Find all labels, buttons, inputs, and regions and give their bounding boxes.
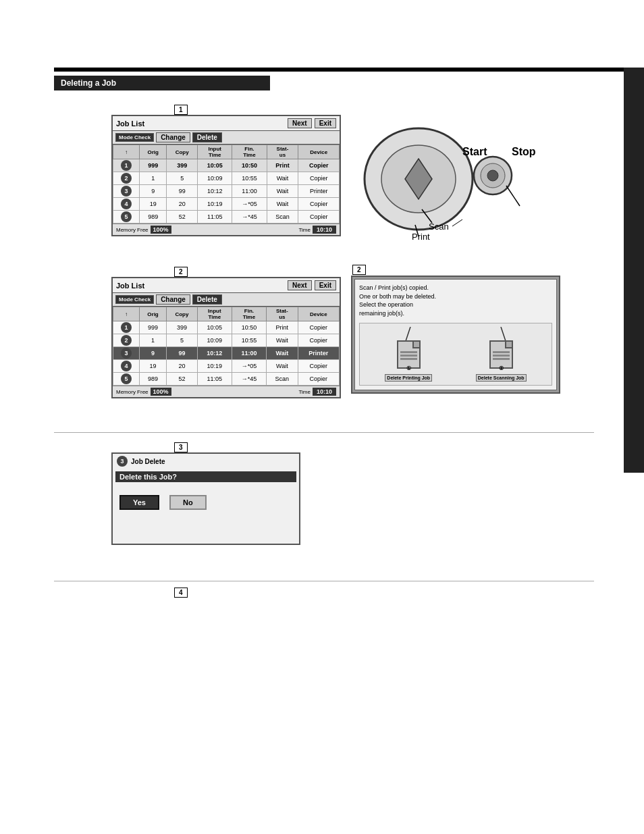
- job-list-1-delete-btn[interactable]: Delete: [192, 132, 222, 142]
- table-row: 10:05: [198, 159, 232, 172]
- table-row: 10:19: [197, 360, 232, 373]
- svg-text:Stop: Stop: [512, 146, 536, 157]
- delete-scanning-btn[interactable]: Delete Scanning Job: [476, 374, 527, 382]
- table-row[interactable]: 199939910:0510:50PrintCopier: [113, 159, 340, 172]
- table-row: 11:05: [198, 211, 232, 224]
- scan-print-inner: Scan / Print job(s) copied. One or both …: [354, 279, 557, 390]
- table-row: 10:09: [197, 334, 232, 347]
- divider-line-2: [54, 581, 594, 581]
- col-status: Stat-us: [267, 145, 298, 159]
- svg-line-13: [506, 186, 520, 206]
- step2-label: 2: [174, 267, 188, 277]
- scan-print-panel: 2 Scan / Print job(s) copied. One or bot…: [351, 276, 560, 394]
- table-row: 20: [167, 198, 198, 211]
- table-row: 989: [140, 373, 167, 386]
- step3-label: 3: [174, 442, 188, 452]
- table-row: 52: [167, 211, 198, 224]
- table-row: 9: [140, 347, 167, 360]
- job-row-icon: 2: [113, 334, 140, 347]
- job-row-icon: 5: [113, 211, 140, 224]
- table-row[interactable]: 59895211:05→*45ScanCopier: [113, 373, 340, 386]
- table-row: Copier: [298, 198, 340, 211]
- job-list-1-exit-btn[interactable]: Exit: [315, 118, 336, 128]
- memory-value-2: 100%: [151, 388, 171, 396]
- job-list-2-exit-btn[interactable]: Exit: [315, 280, 336, 290]
- table-row: Scan: [267, 211, 298, 224]
- table-row[interactable]: 4192010:19→*05WaitCopier: [113, 360, 340, 373]
- table-row: 19: [140, 198, 167, 211]
- job-row-icon: 5: [113, 373, 140, 386]
- job-row-icon: 2: [113, 172, 140, 185]
- table-row: 5: [167, 172, 198, 185]
- col-copy: Copy: [167, 145, 198, 159]
- col-device: Device: [298, 145, 340, 159]
- job-list-2-mode-check-btn[interactable]: Mode Check: [115, 295, 154, 304]
- col2-status: Stat-us: [266, 307, 298, 321]
- job-list-2-change-btn[interactable]: Change: [156, 294, 190, 305]
- col2-device: Device: [298, 307, 339, 321]
- table-row: Wait: [267, 185, 298, 198]
- time-label-2: Time: [298, 389, 310, 395]
- job-row-icon: 4: [113, 360, 140, 373]
- table-row: Print: [266, 321, 298, 334]
- table-row: 99: [167, 185, 198, 198]
- table-row: →*45: [232, 373, 266, 386]
- table-row: 989: [140, 211, 167, 224]
- job-list-2-delete-btn[interactable]: Delete: [192, 294, 222, 305]
- job-row-icon: 1: [113, 159, 140, 172]
- table-row: 10:55: [232, 172, 267, 185]
- job-delete-no-btn[interactable]: No: [169, 495, 207, 510]
- table-row: Copier: [298, 334, 339, 347]
- table-row: 11:00: [232, 347, 266, 360]
- table-row: Print: [267, 159, 298, 172]
- svg-text:Start: Start: [462, 146, 487, 157]
- table-row: 399: [166, 321, 197, 334]
- table-row[interactable]: 21510:0910:55WaitCopier: [113, 334, 340, 347]
- table-row: Copier: [298, 360, 339, 373]
- table-row: 11:00: [232, 185, 267, 198]
- job-list-2-next-btn[interactable]: Next: [288, 280, 312, 290]
- scan-print-text: Scan / Print job(s) copied. One or both …: [359, 284, 552, 317]
- table-row: 11:05: [197, 373, 232, 386]
- time-value-2: 10:10: [313, 388, 336, 396]
- job-row-icon: 1: [113, 321, 140, 334]
- table-row[interactable]: 399910:1211:00WaitPrinter: [113, 347, 340, 360]
- svg-text:Print: Print: [412, 232, 430, 240]
- step4-label: 4: [174, 588, 188, 598]
- table-row[interactable]: 199939910:0510:50PrintCopier: [113, 321, 340, 334]
- table-row[interactable]: 399910:1211:00WaitPrinter: [113, 185, 340, 198]
- table-row[interactable]: 4192010:19→*05WaitCopier: [113, 198, 340, 211]
- job-delete-panel: 3 Job Delete Delete this Job? Yes No: [111, 452, 300, 545]
- table-row: 10:05: [197, 321, 232, 334]
- table-row: Wait: [266, 347, 298, 360]
- time-value-1: 10:10: [313, 226, 336, 234]
- col2-orig: Orig: [140, 307, 167, 321]
- table-row: Scan: [266, 373, 298, 386]
- table-row[interactable]: 21510:0910:55WaitCopier: [113, 172, 340, 185]
- col-orig: Orig: [140, 145, 167, 159]
- job-delete-title: Job Delete: [131, 458, 165, 465]
- job-table-1: ↑ Orig Copy InputTime Fin.Time Stat-us D…: [113, 145, 340, 224]
- table-row: 10:12: [198, 185, 232, 198]
- job-delete-yes-btn[interactable]: Yes: [119, 495, 159, 510]
- table-row: 5: [166, 334, 197, 347]
- memory-value-1: 100%: [151, 226, 171, 234]
- table-row: 99: [166, 347, 197, 360]
- job-row-icon: 3: [113, 185, 140, 198]
- job-list-1-next-btn[interactable]: Next: [288, 118, 312, 128]
- col2-icon: ↑: [113, 307, 140, 321]
- job-list-panel-2: Job List Next Exit Mode Check Change Del…: [111, 277, 341, 398]
- job-list-1-change-btn[interactable]: Change: [156, 132, 190, 142]
- table-row: Wait: [266, 334, 298, 347]
- table-row: →*05: [232, 360, 266, 373]
- step1-label: 1: [174, 105, 188, 115]
- table-row: 399: [167, 159, 198, 172]
- col2-input-time: InputTime: [197, 307, 232, 321]
- delete-printing-btn[interactable]: Delete Printing Job: [385, 374, 432, 382]
- table-row: Copier: [298, 211, 340, 224]
- table-row: 52: [166, 373, 197, 386]
- table-row: 10:12: [197, 347, 232, 360]
- job-list-1-title: Job List: [116, 120, 144, 128]
- table-row[interactable]: 59895211:05→*45ScanCopier: [113, 211, 340, 224]
- job-list-1-mode-check-btn[interactable]: Mode Check: [115, 133, 154, 142]
